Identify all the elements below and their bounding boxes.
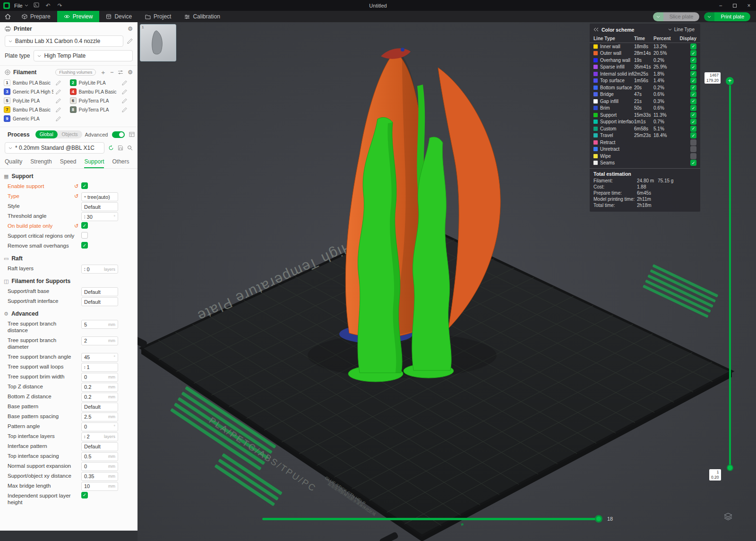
filament-color-swatch[interactable]: 9 <box>4 115 10 122</box>
display-checkbox[interactable]: ✓ <box>690 57 696 63</box>
printer-settings-gear-icon[interactable]: ⚙ <box>128 26 133 32</box>
printer-select[interactable]: Bambu Lab X1 Carbon 0.4 nozzle <box>5 35 123 47</box>
display-checkbox[interactable] <box>690 153 696 159</box>
edit-printer-icon[interactable] <box>127 38 133 44</box>
add-filament-icon[interactable]: ＋ <box>100 69 106 75</box>
edit-filament-icon[interactable] <box>122 98 127 103</box>
edit-filament-icon[interactable] <box>122 107 127 112</box>
process-tab-support[interactable]: Support <box>84 158 104 168</box>
edit-filament-icon[interactable] <box>122 89 127 94</box>
filament-color-swatch[interactable]: 5 <box>4 97 10 104</box>
process-tab-others[interactable]: Others <box>112 158 129 168</box>
setting-input[interactable]: 0° <box>81 422 118 431</box>
gallery-icon[interactable] <box>33 2 40 9</box>
global-objects-toggle[interactable]: Global Objects <box>35 130 82 138</box>
tab-preview[interactable]: Preview <box>57 11 100 22</box>
file-menu[interactable]: File <box>14 3 28 9</box>
setting-input[interactable]: 45° <box>81 353 118 362</box>
filament-color-swatch[interactable]: 7 <box>4 106 10 113</box>
display-checkbox[interactable]: ✓ <box>690 43 696 50</box>
save-preset-icon[interactable] <box>118 145 123 151</box>
tab-calibration[interactable]: Calibration <box>178 11 226 22</box>
setting-input[interactable]: 0mm <box>81 462 118 471</box>
setting-select[interactable]: Default <box>81 297 118 306</box>
tab-prepare[interactable]: Prepare <box>15 11 57 22</box>
viewport[interactable]: High Temperature Plate PLA/PETG/ABS/TPU/… <box>137 22 756 541</box>
setting-input[interactable]: 0mm <box>81 373 118 382</box>
edit-filament-icon[interactable] <box>122 80 127 86</box>
setting-input[interactable]: ▴▾0layers <box>81 265 118 274</box>
filament-color-swatch[interactable]: 6 <box>70 97 77 104</box>
display-checkbox[interactable]: ✓ <box>690 160 696 166</box>
layer-slider-handle[interactable] <box>727 464 733 471</box>
toggle-objects[interactable]: Objects <box>58 132 82 137</box>
collapse-panel-icon[interactable] <box>593 27 599 32</box>
reset-setting-icon[interactable]: ↺ <box>74 193 78 199</box>
filament-slot[interactable]: 3 Generic PLA High Spe... <box>4 88 68 95</box>
home-button[interactable] <box>0 11 15 22</box>
filament-slot[interactable]: 4 Bambu PLA Basic <box>70 88 134 95</box>
view-mode-select[interactable]: Line Type <box>666 26 696 33</box>
remove-filament-icon[interactable]: − <box>110 69 113 75</box>
setting-select[interactable]: Default <box>81 403 118 412</box>
setting-input[interactable]: ▴▾1 <box>81 363 118 372</box>
display-checkbox[interactable]: ✓ <box>690 132 696 138</box>
setting-input[interactable]: 5mm <box>81 320 118 329</box>
process-tab-speed[interactable]: Speed <box>60 158 77 168</box>
setting-input[interactable]: 2mm <box>81 336 118 345</box>
params-table-icon[interactable] <box>129 132 135 137</box>
filament-slot[interactable]: 9 Generic PLA <box>4 115 68 122</box>
setting-checkbox[interactable]: ✓ <box>81 182 88 189</box>
print-plate-button[interactable]: Print plate <box>704 12 750 21</box>
reset-setting-icon[interactable]: ↺ <box>74 183 78 189</box>
display-checkbox[interactable]: ✓ <box>690 98 696 104</box>
edit-filament-icon[interactable] <box>56 98 61 103</box>
filament-color-swatch[interactable]: 1 <box>4 79 10 86</box>
filament-color-swatch[interactable]: 8 <box>70 106 77 113</box>
tab-project[interactable]: Project <box>138 11 178 22</box>
process-tab-quality[interactable]: Quality <box>5 158 22 168</box>
setting-input[interactable]: 0.2mm <box>81 393 118 402</box>
display-checkbox[interactable] <box>690 139 696 146</box>
setting-select[interactable]: Default <box>81 202 118 211</box>
edit-filament-icon[interactable] <box>56 107 61 112</box>
setting-select[interactable]: ▾tree(auto) <box>81 192 118 201</box>
setting-select[interactable]: Default <box>81 442 118 451</box>
filament-slot[interactable]: 6 PolyTerra PLA <box>70 97 134 104</box>
setting-checkbox[interactable] <box>81 232 88 239</box>
maximize-button[interactable] <box>728 0 742 11</box>
layers-view-icon[interactable] <box>724 513 732 520</box>
filament-color-swatch[interactable]: 3 <box>4 88 10 95</box>
edit-filament-icon[interactable] <box>56 80 61 86</box>
plate-type-select[interactable]: High Temp Plate <box>34 50 133 61</box>
setting-input[interactable]: 10mm <box>81 482 118 491</box>
filament-slot[interactable]: 8 PolyTerra PLA <box>70 106 134 113</box>
display-checkbox[interactable]: ✓ <box>690 71 696 77</box>
undo-icon[interactable]: ↶ <box>44 2 52 9</box>
flushing-volumes-button[interactable]: Flushing volumes <box>55 69 96 76</box>
filament-slot[interactable]: 5 PolyLite PLA <box>4 97 68 104</box>
display-checkbox[interactable]: ✓ <box>690 105 696 111</box>
filament-settings-gear-icon[interactable]: ⚙ <box>128 69 133 75</box>
setting-input[interactable]: 0.35mm <box>81 472 118 481</box>
reset-preset-icon[interactable] <box>108 145 114 151</box>
layer-slider-add-button[interactable]: + <box>726 77 734 85</box>
filament-slot[interactable]: 2 PolyLite PLA <box>70 79 134 86</box>
display-checkbox[interactable]: ✓ <box>690 91 696 97</box>
slice-dropdown-icon[interactable] <box>653 12 663 21</box>
slice-plate-button[interactable]: Slice plate <box>653 12 700 21</box>
advanced-toggle[interactable] <box>112 131 125 138</box>
display-checkbox[interactable]: ✓ <box>690 64 696 70</box>
edit-filament-icon[interactable] <box>56 89 61 94</box>
minimize-button[interactable]: − <box>713 0 728 11</box>
process-tab-strength[interactable]: Strength <box>30 158 52 168</box>
setting-input[interactable]: ▴▾30° <box>81 212 118 221</box>
display-checkbox[interactable]: ✓ <box>690 85 696 91</box>
toggle-global[interactable]: Global <box>35 130 58 138</box>
edit-filament-icon[interactable] <box>56 116 61 121</box>
process-preset-select[interactable]: * 0.20mm Standard @BBL X1C <box>5 142 104 154</box>
display-checkbox[interactable]: ✓ <box>690 126 696 132</box>
filament-sync-icon[interactable] <box>118 70 123 75</box>
display-checkbox[interactable]: ✓ <box>690 50 696 56</box>
app-logo-icon[interactable] <box>3 2 10 9</box>
